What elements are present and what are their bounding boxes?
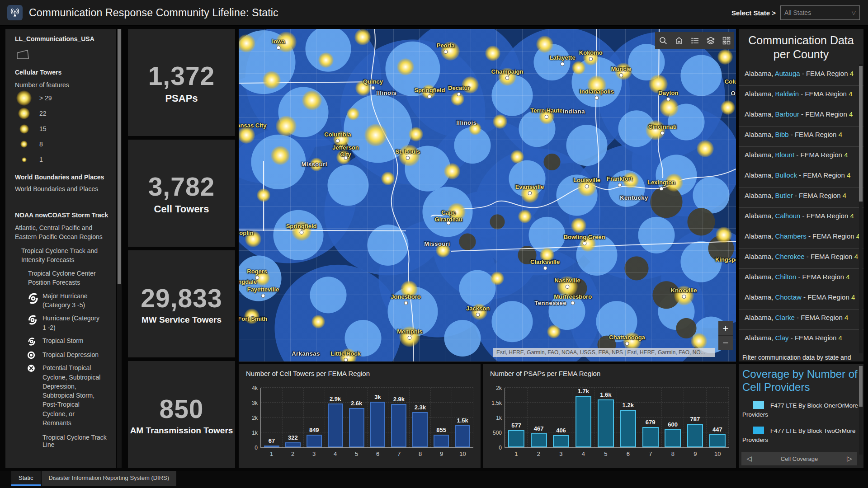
next-page-arrow-icon[interactable]: ▷	[842, 455, 857, 463]
county-row-fema-label: - FEMA Region	[799, 90, 849, 98]
layers-icon[interactable]	[703, 32, 718, 49]
state-dropdown[interactable]: All States ▽	[780, 5, 860, 20]
city-marker-dot	[595, 96, 599, 100]
coverage-scrollbar[interactable]	[859, 366, 863, 455]
potential-cyclone-icon	[27, 363, 42, 372]
chart-column: 1.5k	[452, 388, 473, 447]
county-row-state: Alabama,	[745, 90, 775, 98]
feature-size-row: 15	[16, 121, 116, 136]
city-label: Quincy	[363, 78, 383, 85]
chart-column: 1.2k	[617, 388, 639, 447]
home-icon[interactable]	[671, 32, 687, 49]
storm-legend-row: Tropical Depression	[27, 350, 116, 359]
bar-value-label: 1.7k	[578, 388, 589, 394]
city-marker-dot	[625, 342, 629, 346]
city-marker-dot	[582, 241, 586, 245]
noaa-regions-label: Atlantic, Central Pacific and Eastern Pa…	[15, 223, 105, 242]
county-row[interactable]: Alabama, Butler - FEMA Region 4	[739, 188, 863, 208]
storm-legend-row: Hurricane (Category 1 -2)	[27, 314, 116, 332]
city-marker-dot	[277, 46, 281, 50]
map-toolbar	[655, 32, 734, 49]
bar-value-label: 2.9k	[393, 396, 405, 403]
city-label: Lexington	[647, 178, 675, 185]
stat-label: Cell Towers	[154, 203, 209, 215]
bar	[687, 424, 703, 447]
state-label: Missouri	[424, 240, 450, 247]
cell-tower-dot	[485, 46, 500, 61]
county-row[interactable]: Alabama, Chambers - FEMA Region 4	[739, 228, 863, 249]
county-row-region: 4	[843, 192, 846, 199]
county-row[interactable]: Alabama, Baldwin - FEMA Region 4	[739, 86, 863, 106]
cell-tower-dot	[444, 163, 460, 179]
search-icon[interactable]	[655, 32, 671, 49]
legend-icon[interactable]	[687, 32, 703, 49]
bar	[434, 435, 449, 447]
city-label: Lafayette	[550, 54, 576, 61]
city-label: Kansas City	[239, 122, 266, 129]
county-panel-title: Communication Data per County	[739, 29, 863, 66]
county-row[interactable]: Alabama, Calhoun - FEMA Region 4	[739, 208, 863, 228]
bar	[412, 412, 428, 447]
county-row-region: 4	[849, 90, 852, 98]
prev-page-arrow-icon[interactable]: ◁	[741, 455, 757, 463]
sidebar-scrollbar-thumb[interactable]	[118, 29, 121, 284]
city-marker-dot	[344, 156, 348, 160]
county-row[interactable]: Alabama, Chilton - FEMA Region 4	[739, 269, 863, 289]
county-row[interactable]: Alabama, Clarke - FEMA Region 4	[739, 310, 863, 330]
chart-column: 447	[707, 388, 729, 447]
sidebar-scrollbar[interactable]	[117, 29, 122, 468]
county-row-state: Alabama,	[745, 70, 775, 77]
county-row[interactable]: Alabama, Bullock - FEMA Region 4	[739, 167, 863, 188]
y-axis-tick: 3k	[252, 400, 258, 406]
bar	[285, 442, 301, 447]
county-row[interactable]: Alabama, Bibb - FEMA Region 4	[739, 127, 863, 147]
city-label: Fort Smith	[239, 315, 267, 322]
bar	[620, 410, 636, 447]
city-label: Terre Haute	[530, 107, 562, 113]
city-marker-dot	[528, 191, 532, 195]
coverage-legend-item: F477 LTE By Block OnerOrMore Providers	[742, 401, 860, 420]
coverage-scrollbar-thumb[interactable]	[859, 366, 863, 407]
city-label: Chattanooga	[609, 333, 645, 340]
county-row[interactable]: Alabama, Autauga - FEMA Region 4	[739, 66, 863, 86]
tower-glow-icon	[19, 124, 29, 134]
coverage-swatch-icon	[753, 401, 764, 409]
coverage-map[interactable]: IowaPeoriaKokomoLafayetteMuncieChampaign…	[239, 29, 736, 361]
county-row[interactable]: Alabama, Barbour - FEMA Region 4	[739, 106, 863, 127]
county-row[interactable]: Alabama, Clay - FEMA Region 4	[739, 330, 863, 350]
city-marker-dot	[561, 62, 565, 66]
y-axis-tick: 1.5k	[491, 400, 502, 406]
county-row-fema-label: - FEMA Region	[802, 293, 851, 301]
zoom-out-button[interactable]: −	[718, 336, 733, 350]
county-row-name: Butler	[775, 192, 793, 199]
tab-static[interactable]: Static	[11, 471, 41, 486]
bar-value-label: 406	[556, 427, 566, 434]
county-row[interactable]: Alabama, Cherokee - FEMA Region 4	[739, 249, 863, 269]
county-row[interactable]: Alabama, Blount - FEMA Region 4	[739, 147, 863, 167]
cell-tower-dot	[493, 114, 507, 129]
psaps-chart-title: Number of PSAPs per FEMA Region	[483, 364, 736, 377]
county-row-name: Bullock	[775, 171, 797, 179]
cell-tower-dot	[510, 150, 524, 164]
county-list-scrollbar[interactable]	[859, 64, 863, 353]
county-list-scrollbar-thumb[interactable]	[859, 66, 863, 202]
bar-value-label: 467	[534, 425, 544, 432]
cell-tower-dot	[691, 333, 707, 349]
page-title: Communication Response Community Lifelin…	[29, 7, 278, 19]
cell-tower-dot	[347, 108, 359, 120]
county-row-name: Baldwin	[775, 90, 799, 98]
city-label: Cincinnati	[648, 123, 677, 130]
city-label: Dayton	[658, 89, 678, 96]
county-row-region: 4	[850, 70, 854, 77]
city-marker-dot	[543, 266, 547, 270]
bar	[508, 430, 524, 447]
bar-value-label: 855	[436, 427, 446, 433]
zoom-in-button[interactable]: +	[718, 321, 733, 336]
chart-column: 67	[261, 388, 283, 447]
state-label: Ohio	[731, 90, 736, 97]
basemap-icon[interactable]	[718, 32, 734, 49]
tab-disaster-information-reporting-system-dirs[interactable]: Disaster Information Reporting System (D…	[42, 471, 177, 486]
feature-size-label: 8	[39, 141, 43, 148]
county-row[interactable]: Alabama, Choctaw - FEMA Region 4	[739, 289, 863, 310]
coverage-legend-item: F477 LTE By Block TwoOrMore Providers	[742, 427, 860, 445]
